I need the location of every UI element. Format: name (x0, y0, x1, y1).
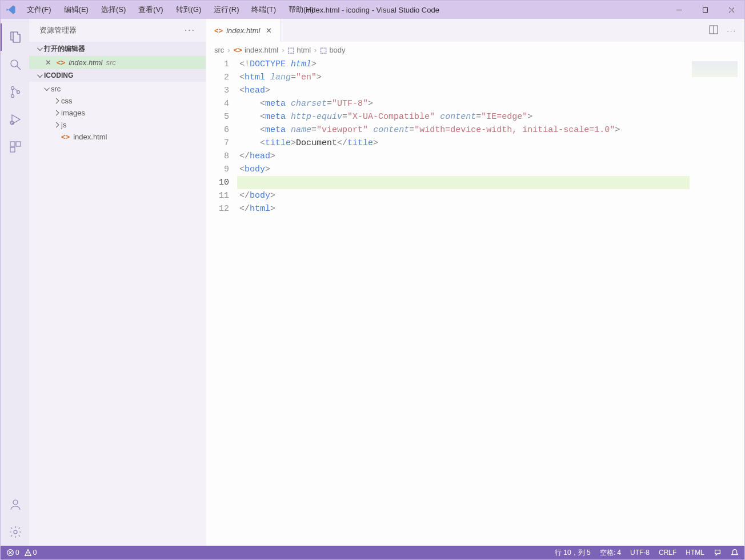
tab-index-html[interactable]: <> index.html ✕ (206, 19, 281, 42)
titlebar: 文件(F) 编辑(E) 选择(S) 查看(V) 转到(G) 运行(R) 终端(T… (1, 1, 744, 19)
split-editor-icon[interactable] (708, 25, 719, 37)
svg-point-4 (11, 60, 18, 67)
activity-search-icon[interactable] (1, 51, 29, 78)
chevron-right-icon (52, 111, 60, 115)
svg-rect-11 (16, 142, 21, 146)
menu-edit[interactable]: 编辑(E) (58, 2, 94, 17)
html-file-icon: <> (57, 58, 65, 67)
chevron-right-icon (52, 123, 60, 127)
svg-rect-10 (10, 142, 15, 146)
window-minimize-button[interactable] (666, 1, 692, 19)
editor-area: <> index.html ✕ ··· src › <>index.html ›… (206, 19, 744, 546)
window-close-button[interactable] (718, 1, 744, 19)
svg-point-13 (13, 500, 18, 505)
menu-go[interactable]: 转到(G) (170, 2, 207, 17)
html-file-icon: <> (61, 133, 70, 141)
open-editors-header[interactable]: 打开的编辑器 (29, 42, 206, 56)
menu-file[interactable]: 文件(F) (21, 2, 57, 17)
status-bar: 0 0 行 10，列 5 空格: 4 UTF-8 CRLF HTML (1, 546, 744, 559)
code-editor[interactable]: 123456789101112 <!DOCTYPE html> <html la… (206, 58, 744, 546)
explorer-sidebar: 资源管理器 ··· 打开的编辑器 ✕ <> index.html src ICO… (29, 19, 206, 546)
window-maximize-button[interactable] (692, 1, 718, 19)
svg-point-7 (11, 95, 14, 98)
minimap[interactable] (690, 58, 744, 546)
folder-js[interactable]: js (29, 119, 206, 131)
activity-extensions-icon[interactable] (1, 133, 29, 161)
breadcrumb-body[interactable]: ⬚body (320, 46, 345, 54)
svg-line-5 (17, 66, 21, 70)
activity-debug-icon[interactable] (1, 106, 29, 133)
svg-point-6 (11, 87, 14, 90)
menu-view[interactable]: 查看(V) (133, 2, 169, 17)
status-eol[interactable]: CRLF (659, 549, 676, 557)
svg-rect-1 (703, 7, 707, 12)
chevron-down-icon (35, 47, 43, 51)
breadcrumb-html[interactable]: ⬚html (287, 46, 311, 54)
tab-close-icon[interactable]: ✕ (266, 26, 272, 35)
module-icon: ⬚ (320, 46, 327, 54)
html-file-icon: <> (214, 26, 223, 35)
explorer-title: 资源管理器 (39, 25, 77, 35)
tab-bar: <> index.html ✕ ··· (206, 19, 744, 42)
file-index-html[interactable]: <> index.html (29, 131, 206, 143)
activity-bar (1, 19, 29, 546)
status-indent[interactable]: 空格: 4 (600, 548, 621, 558)
status-feedback-icon[interactable] (714, 549, 722, 557)
project-header[interactable]: ICODING (29, 69, 206, 82)
breadcrumb-file[interactable]: <>index.html (234, 46, 278, 54)
status-encoding[interactable]: UTF-8 (630, 549, 650, 557)
menu-terminal[interactable]: 终端(T) (246, 2, 282, 17)
activity-explorer-icon[interactable] (1, 23, 29, 51)
html-file-icon: <> (234, 46, 242, 54)
status-bell-icon[interactable] (731, 549, 739, 557)
open-editor-item[interactable]: ✕ <> index.html src (29, 56, 206, 69)
window-title: index.html - icoding - Visual Studio Cod… (306, 6, 439, 14)
open-editor-path: src (106, 58, 115, 67)
svg-rect-12 (10, 147, 15, 152)
close-icon[interactable]: ✕ (45, 58, 54, 67)
svg-point-14 (14, 530, 17, 534)
activity-scm-icon[interactable] (1, 78, 29, 106)
status-problems[interactable]: 0 0 (6, 549, 37, 557)
breadcrumb-src[interactable]: src (214, 46, 224, 54)
activity-settings-icon[interactable] (1, 518, 29, 546)
folder-css[interactable]: css (29, 95, 206, 107)
chevron-right-icon (52, 99, 60, 103)
menu-select[interactable]: 选择(S) (95, 2, 131, 17)
status-line-col[interactable]: 行 10，列 5 (555, 548, 591, 558)
chevron-down-icon (35, 74, 43, 78)
open-editor-filename: index.html (69, 58, 102, 67)
breadcrumbs: src › <>index.html › ⬚html › ⬚body (206, 42, 744, 58)
explorer-more-icon[interactable]: ··· (185, 25, 195, 35)
status-language[interactable]: HTML (686, 549, 704, 557)
folder-images[interactable]: images (29, 107, 206, 119)
folder-src[interactable]: src (29, 83, 206, 95)
vscode-logo-icon (1, 5, 21, 15)
module-icon: ⬚ (287, 46, 294, 54)
menu-run[interactable]: 运行(R) (208, 2, 245, 17)
chevron-down-icon (42, 87, 50, 91)
activity-account-icon[interactable] (1, 491, 29, 518)
editor-more-icon[interactable]: ··· (727, 26, 736, 35)
line-numbers: 123456789101112 (206, 58, 237, 546)
menubar: 文件(F) 编辑(E) 选择(S) 查看(V) 转到(G) 运行(R) 终端(T… (21, 2, 319, 17)
